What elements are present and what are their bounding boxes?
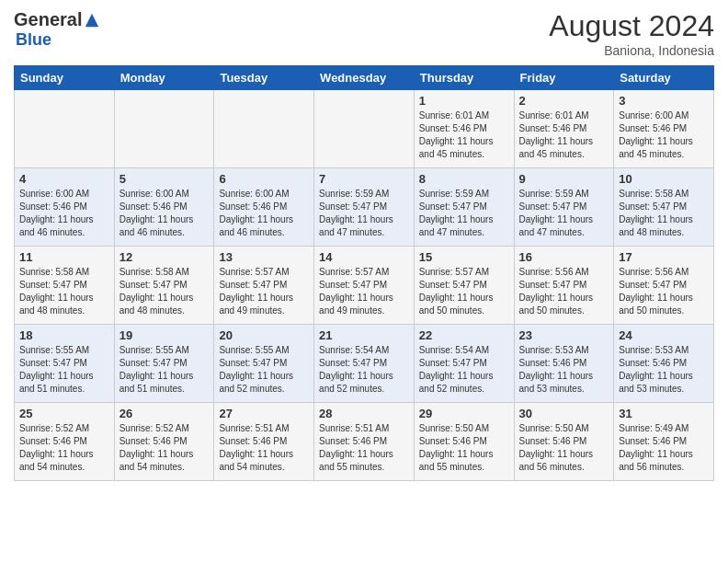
day-number: 23 xyxy=(519,328,609,342)
table-row: 28Sunrise: 5:51 AMSunset: 5:46 PMDayligh… xyxy=(314,403,415,481)
header: General Blue August 2024 Baniona, Indone… xyxy=(14,9,714,58)
table-row: 14Sunrise: 5:57 AMSunset: 5:47 PMDayligh… xyxy=(314,247,415,325)
day-number: 8 xyxy=(419,172,509,186)
day-number: 18 xyxy=(19,328,109,342)
day-number: 29 xyxy=(419,407,509,420)
day-number: 2 xyxy=(519,94,609,108)
table-row: 20Sunrise: 5:55 AMSunset: 5:47 PMDayligh… xyxy=(214,325,314,403)
table-row: 3Sunrise: 6:00 AMSunset: 5:46 PMDaylight… xyxy=(614,90,714,168)
cell-content: Sunrise: 5:57 AMSunset: 5:47 PMDaylight:… xyxy=(319,266,409,317)
table-row: 18Sunrise: 5:55 AMSunset: 5:47 PMDayligh… xyxy=(15,325,115,403)
cell-content: Sunrise: 5:51 AMSunset: 5:46 PMDaylight:… xyxy=(319,422,409,474)
day-number: 21 xyxy=(319,328,409,342)
day-number: 22 xyxy=(419,328,509,342)
day-number: 19 xyxy=(119,328,210,342)
col-monday: Monday xyxy=(114,66,214,90)
cell-content: Sunrise: 5:56 AMSunset: 5:47 PMDaylight:… xyxy=(519,266,609,317)
table-row: 26Sunrise: 5:52 AMSunset: 5:46 PMDayligh… xyxy=(114,403,214,481)
cell-content: Sunrise: 5:58 AMSunset: 5:47 PMDaylight:… xyxy=(119,266,210,317)
table-row: 29Sunrise: 5:50 AMSunset: 5:46 PMDayligh… xyxy=(414,403,514,481)
day-number: 10 xyxy=(619,172,709,186)
cell-content: Sunrise: 5:50 AMSunset: 5:46 PMDaylight:… xyxy=(519,422,609,474)
day-number: 7 xyxy=(319,172,409,186)
cell-content: Sunrise: 5:59 AMSunset: 5:47 PMDaylight:… xyxy=(319,188,409,239)
table-row xyxy=(114,90,214,168)
title-block: August 2024 Baniona, Indonesia xyxy=(549,9,714,58)
cell-content: Sunrise: 5:54 AMSunset: 5:47 PMDaylight:… xyxy=(319,344,409,396)
col-tuesday: Tuesday xyxy=(214,66,314,90)
day-number: 5 xyxy=(119,172,210,186)
cell-content: Sunrise: 5:52 AMSunset: 5:46 PMDaylight:… xyxy=(119,422,210,474)
cell-content: Sunrise: 6:00 AMSunset: 5:46 PMDaylight:… xyxy=(219,188,309,239)
col-sunday: Sunday xyxy=(15,66,115,90)
day-number: 20 xyxy=(219,328,309,342)
col-thursday: Thursday xyxy=(414,66,514,90)
logo-text: General xyxy=(14,9,100,30)
table-row: 22Sunrise: 5:54 AMSunset: 5:47 PMDayligh… xyxy=(414,325,514,403)
table-row: 15Sunrise: 5:57 AMSunset: 5:47 PMDayligh… xyxy=(414,247,514,325)
table-row: 17Sunrise: 5:56 AMSunset: 5:47 PMDayligh… xyxy=(614,247,714,325)
logo-icon xyxy=(84,12,100,29)
table-row: 13Sunrise: 5:57 AMSunset: 5:47 PMDayligh… xyxy=(214,247,314,325)
cell-content: Sunrise: 5:51 AMSunset: 5:46 PMDaylight:… xyxy=(219,422,309,474)
cell-content: Sunrise: 6:01 AMSunset: 5:46 PMDaylight:… xyxy=(419,109,509,161)
table-row: 1Sunrise: 6:01 AMSunset: 5:46 PMDaylight… xyxy=(414,90,514,168)
table-row: 2Sunrise: 6:01 AMSunset: 5:46 PMDaylight… xyxy=(514,90,614,168)
logo-blue: Blue xyxy=(16,30,51,50)
cell-content: Sunrise: 5:57 AMSunset: 5:47 PMDaylight:… xyxy=(219,266,309,317)
cell-content: Sunrise: 5:52 AMSunset: 5:46 PMDaylight:… xyxy=(19,422,109,474)
calendar-table: Sunday Monday Tuesday Wednesday Thursday… xyxy=(14,65,714,481)
table-row: 4Sunrise: 6:00 AMSunset: 5:46 PMDaylight… xyxy=(15,168,115,247)
cell-content: Sunrise: 6:00 AMSunset: 5:46 PMDaylight:… xyxy=(619,109,709,161)
logo: General Blue xyxy=(14,9,100,50)
table-row: 24Sunrise: 5:53 AMSunset: 5:46 PMDayligh… xyxy=(614,325,714,403)
day-number: 3 xyxy=(619,94,709,108)
day-number: 30 xyxy=(519,407,609,420)
cell-content: Sunrise: 6:01 AMSunset: 5:46 PMDaylight:… xyxy=(519,109,609,161)
calendar-row-0: 1Sunrise: 6:01 AMSunset: 5:46 PMDaylight… xyxy=(15,90,714,168)
table-row: 23Sunrise: 5:53 AMSunset: 5:46 PMDayligh… xyxy=(514,325,614,403)
cell-content: Sunrise: 5:56 AMSunset: 5:47 PMDaylight:… xyxy=(619,266,709,317)
svg-marker-0 xyxy=(85,13,98,26)
table-row: 19Sunrise: 5:55 AMSunset: 5:47 PMDayligh… xyxy=(114,325,214,403)
table-row xyxy=(214,90,314,168)
table-row: 10Sunrise: 5:58 AMSunset: 5:47 PMDayligh… xyxy=(614,168,714,247)
cell-content: Sunrise: 5:55 AMSunset: 5:47 PMDaylight:… xyxy=(19,344,109,396)
table-row: 6Sunrise: 6:00 AMSunset: 5:46 PMDaylight… xyxy=(214,168,314,247)
table-row: 21Sunrise: 5:54 AMSunset: 5:47 PMDayligh… xyxy=(314,325,415,403)
day-number: 11 xyxy=(19,250,109,264)
page-container: General Blue August 2024 Baniona, Indone… xyxy=(0,0,728,490)
table-row: 9Sunrise: 5:59 AMSunset: 5:47 PMDaylight… xyxy=(514,168,614,247)
day-number: 28 xyxy=(319,407,409,420)
cell-content: Sunrise: 5:59 AMSunset: 5:47 PMDaylight:… xyxy=(519,188,609,239)
calendar-row-4: 25Sunrise: 5:52 AMSunset: 5:46 PMDayligh… xyxy=(15,403,714,481)
col-friday: Friday xyxy=(514,66,614,90)
cell-content: Sunrise: 5:50 AMSunset: 5:46 PMDaylight:… xyxy=(419,422,509,474)
cell-content: Sunrise: 6:00 AMSunset: 5:46 PMDaylight:… xyxy=(119,188,210,239)
table-row: 12Sunrise: 5:58 AMSunset: 5:47 PMDayligh… xyxy=(114,247,214,325)
cell-content: Sunrise: 5:55 AMSunset: 5:47 PMDaylight:… xyxy=(119,344,210,396)
cell-content: Sunrise: 5:49 AMSunset: 5:46 PMDaylight:… xyxy=(619,422,709,474)
header-row: Sunday Monday Tuesday Wednesday Thursday… xyxy=(15,66,714,90)
table-row: 5Sunrise: 6:00 AMSunset: 5:46 PMDaylight… xyxy=(114,168,214,247)
day-number: 6 xyxy=(219,172,309,186)
table-row: 11Sunrise: 5:58 AMSunset: 5:47 PMDayligh… xyxy=(15,247,115,325)
day-number: 13 xyxy=(219,250,309,264)
day-number: 17 xyxy=(619,250,709,264)
cell-content: Sunrise: 5:58 AMSunset: 5:47 PMDaylight:… xyxy=(19,266,109,317)
day-number: 31 xyxy=(619,407,709,420)
table-row: 27Sunrise: 5:51 AMSunset: 5:46 PMDayligh… xyxy=(214,403,314,481)
calendar-row-3: 18Sunrise: 5:55 AMSunset: 5:47 PMDayligh… xyxy=(15,325,714,403)
day-number: 24 xyxy=(619,328,709,342)
table-row: 25Sunrise: 5:52 AMSunset: 5:46 PMDayligh… xyxy=(15,403,115,481)
cell-content: Sunrise: 6:00 AMSunset: 5:46 PMDaylight:… xyxy=(19,188,109,239)
logo-general: General xyxy=(14,9,82,30)
cell-content: Sunrise: 5:53 AMSunset: 5:46 PMDaylight:… xyxy=(619,344,709,396)
day-number: 16 xyxy=(519,250,609,264)
day-number: 1 xyxy=(419,94,509,108)
calendar-row-2: 11Sunrise: 5:58 AMSunset: 5:47 PMDayligh… xyxy=(15,247,714,325)
col-wednesday: Wednesday xyxy=(314,66,415,90)
cell-content: Sunrise: 5:55 AMSunset: 5:47 PMDaylight:… xyxy=(219,344,309,396)
day-number: 27 xyxy=(219,407,309,420)
table-row: 30Sunrise: 5:50 AMSunset: 5:46 PMDayligh… xyxy=(514,403,614,481)
